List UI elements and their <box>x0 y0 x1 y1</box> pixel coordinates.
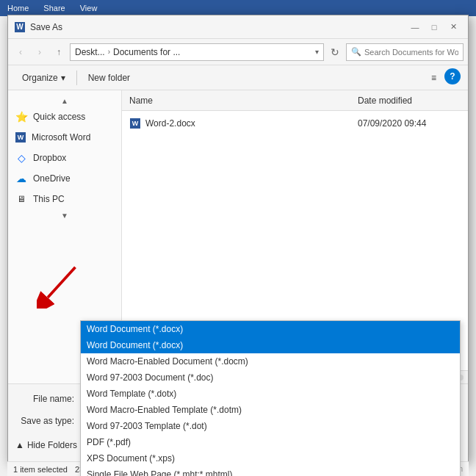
dropdown-item-4[interactable]: Word Template (*.dotx) <box>81 386 460 402</box>
dropdown-item-0[interactable]: Word Document (*.docx) <box>81 321 460 337</box>
refresh-button[interactable]: ↻ <box>327 44 343 60</box>
sidebar-label-quick-access: Quick access <box>33 112 85 122</box>
search-box[interactable]: 🔍 <box>346 43 464 61</box>
dropdown-item-6[interactable]: Word 97-2003 Template (*.dot) <box>81 418 460 434</box>
title-bar: W Save As — □ ✕ <box>8 15 468 39</box>
organize-label: Organize <box>22 73 58 83</box>
address-bar: ‹ › ↑ Deskt... › Documents for ... ▾ ↻ 🔍 <box>8 39 468 65</box>
search-icon: 🔍 <box>351 47 361 57</box>
sidebar-label-onedrive: OneDrive <box>33 173 71 184</box>
ribbon-home: Home <box>7 4 29 12</box>
ribbon-share: Share <box>43 4 65 12</box>
file-row[interactable]: W Word-2.docx 07/09/2020 09:44 <box>122 114 468 133</box>
file-list-header: Name Date modified <box>122 90 468 111</box>
status-items-count: 1 item selected <box>13 465 68 474</box>
savetype-dropdown: Word Document (*.docx) Word Document (*.… <box>80 320 461 476</box>
minimize-button[interactable]: — <box>406 20 424 35</box>
close-button[interactable]: ✕ <box>444 20 462 35</box>
word-logo-icon: W <box>15 22 25 32</box>
dropdown-item-1[interactable]: Word Document (*.docx) <box>81 337 460 353</box>
path-separator-1: › <box>108 48 110 56</box>
sidebar-item-dropbox[interactable]: ◇ Dropbox <box>8 148 121 168</box>
new-folder-button[interactable]: New folder <box>82 68 137 87</box>
dialog-title: Save As <box>30 22 406 32</box>
sidebar-scroll-up[interactable]: ▲ <box>8 95 121 107</box>
ribbon-view: View <box>80 4 98 12</box>
sidebar-label-microsoft-word: Microsoft Word <box>32 132 90 143</box>
sidebar-item-onedrive[interactable]: ☁ OneDrive <box>8 168 121 189</box>
view-toggle-button[interactable]: ≡ <box>425 68 443 87</box>
hide-folders-button[interactable]: ▲ Hide Folders <box>15 437 77 453</box>
address-path[interactable]: Deskt... › Documents for ... ▾ <box>70 43 324 61</box>
path-dropdown-arrow: ▾ <box>315 48 319 56</box>
savetype-label: Save as type: <box>15 416 74 426</box>
dropbox-icon: ◇ <box>15 152 27 164</box>
toolbar: Organize ▾ New folder ≡ ? <box>8 65 468 90</box>
col-date-header: Date modified <box>358 95 461 106</box>
file-icon: W <box>129 118 141 129</box>
sidebar-item-this-pc[interactable]: 🖥 This PC <box>8 189 121 209</box>
hide-folders-arrow-icon: ▲ <box>15 440 24 450</box>
ribbon-bar: Home Share View <box>0 0 476 16</box>
dropdown-item-3[interactable]: Word 97-2003 Document (*.doc) <box>81 369 460 386</box>
dropdown-item-9[interactable]: Single File Web Page (*.mht;*.mhtml) <box>81 466 460 476</box>
path-segment-2: Documents for ... <box>113 47 180 57</box>
quick-access-icon: ⭐ <box>15 111 27 123</box>
col-name-header: Name <box>129 95 358 106</box>
bottom-form: File name: Save as type: Word Document (… <box>8 383 468 462</box>
this-pc-icon: 🖥 <box>15 193 27 205</box>
organize-button[interactable]: Organize ▾ <box>15 68 72 87</box>
file-name: Word-2.docx <box>145 118 353 129</box>
file-date: 07/09/2020 09:44 <box>358 118 461 129</box>
onedrive-icon: ☁ <box>15 173 27 184</box>
dropdown-item-7[interactable]: PDF (*.pdf) <box>81 434 460 450</box>
search-input[interactable] <box>364 48 458 57</box>
dialog-icon: W <box>14 21 26 33</box>
view-buttons: ≡ ? <box>425 68 461 87</box>
word-file-icon: W <box>130 118 140 129</box>
sidebar-item-microsoft-word[interactable]: W Microsoft Word <box>8 127 121 148</box>
sidebar-item-quick-access[interactable]: ⭐ Quick access <box>8 107 121 127</box>
back-button[interactable]: ‹ <box>12 44 29 60</box>
save-as-dialog: W Save As — □ ✕ ‹ › ↑ Deskt... › Documen… <box>7 15 469 463</box>
dropdown-item-2[interactable]: Word Macro-Enabled Document (*.docm) <box>81 353 460 369</box>
toolbar-separator <box>76 71 77 85</box>
up-button[interactable]: ↑ <box>51 44 67 60</box>
sidebar-scroll-down[interactable]: ▼ <box>8 209 121 221</box>
dropdown-item-8[interactable]: XPS Document (*.xps) <box>81 450 460 466</box>
dropdown-item-5[interactable]: Word Macro-Enabled Template (*.dotm) <box>81 402 460 418</box>
sidebar-label-dropbox: Dropbox <box>33 153 66 163</box>
path-segment-1: Deskt... <box>75 47 105 57</box>
microsoft-word-icon: W <box>15 132 26 143</box>
hide-folders-label: Hide Folders <box>27 440 77 450</box>
forward-button[interactable]: › <box>32 44 48 60</box>
window-controls: — □ ✕ <box>406 20 462 35</box>
organize-dropdown-arrow: ▾ <box>61 73 65 83</box>
maximize-button[interactable]: □ <box>425 20 443 35</box>
sidebar-label-this-pc: This PC <box>33 194 65 204</box>
filename-label: File name: <box>15 394 74 404</box>
help-button[interactable]: ? <box>444 68 461 84</box>
